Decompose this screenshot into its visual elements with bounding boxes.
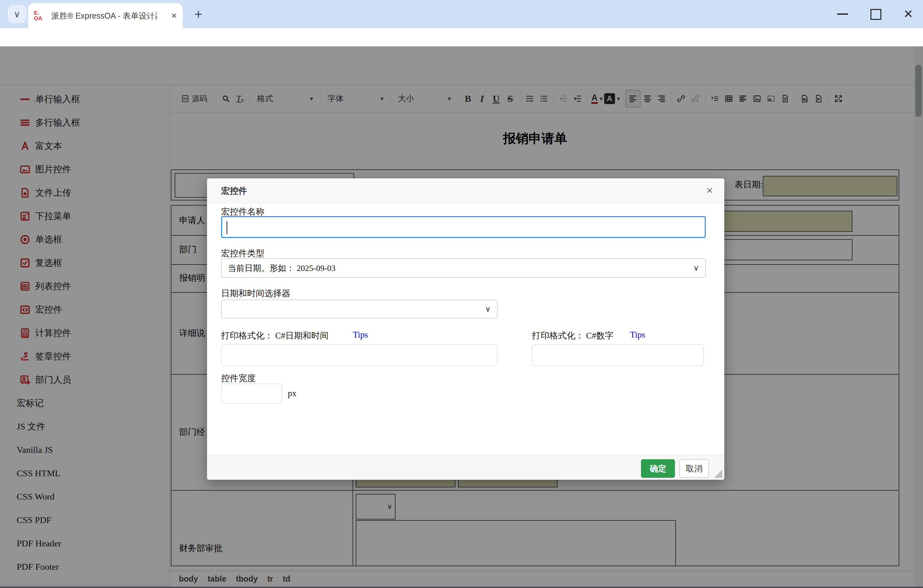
- chevron-down-icon: ∨: [14, 9, 21, 20]
- print-format-number-input[interactable]: [532, 344, 704, 366]
- datetime-picker-label: 日期和时间选择器: [221, 288, 291, 299]
- close-icon: ×: [904, 5, 913, 23]
- new-tab-button[interactable]: +: [191, 7, 206, 22]
- text-caret: [227, 221, 227, 234]
- window-close-button[interactable]: ×: [899, 5, 917, 23]
- tab-title: 派胜® ExpressOA - 表单设计器: [51, 11, 157, 21]
- control-width-input[interactable]: [221, 384, 282, 403]
- macro-control-dialog: 宏控件 × 宏控件名称 宏控件类型 当前日期。形如： 2025-09-03 ∨ …: [207, 179, 724, 480]
- browser-tab[interactable]: E.OA 派胜® ExpressOA - 表单设计器 ×: [28, 3, 183, 28]
- dialog-close-icon[interactable]: ×: [706, 184, 713, 197]
- browser-navbar: ← → ⟳ demo.paioffice.com/flow/form/desig…: [0, 28, 923, 46]
- chevron-down-icon: ∨: [693, 264, 699, 272]
- datetime-tips-link[interactable]: Tips: [353, 330, 368, 340]
- macro-type-label: 宏控件类型: [221, 247, 264, 259]
- macro-type-select[interactable]: 当前日期。形如： 2025-09-03 ∨: [221, 259, 706, 278]
- chevron-down-icon: ∨: [485, 305, 491, 313]
- expressoa-favicon: E.OA: [34, 10, 48, 21]
- dialog-resize-handle[interactable]: [714, 470, 723, 478]
- dialog-header: 宏控件 ×: [207, 179, 724, 203]
- ok-button[interactable]: 确定: [641, 459, 675, 478]
- cancel-button[interactable]: 取消: [680, 459, 709, 478]
- print-format-datetime-input[interactable]: [221, 344, 498, 366]
- tab-search-button[interactable]: ∨: [8, 5, 26, 23]
- datetime-picker-select[interactable]: ∨: [221, 300, 498, 318]
- width-unit-label: px: [288, 388, 296, 398]
- macro-name-label: 宏控件名称: [221, 206, 264, 218]
- macro-name-input[interactable]: [221, 216, 706, 238]
- print-format-number-label: 打印格式化： C#数字: [532, 330, 613, 341]
- window-maximize-button[interactable]: [870, 9, 881, 20]
- browser-titlebar: ∨ E.OA 派胜® ExpressOA - 表单设计器 × + ×: [0, 0, 923, 28]
- plus-icon: +: [195, 7, 202, 22]
- control-width-label: 控件宽度: [221, 372, 256, 384]
- number-tips-link[interactable]: Tips: [630, 330, 645, 340]
- tab-close-icon[interactable]: ×: [171, 10, 177, 21]
- dialog-title: 宏控件: [221, 185, 247, 197]
- dialog-footer: 确定 取消: [207, 455, 724, 480]
- window-minimize-button[interactable]: [837, 13, 848, 15]
- print-format-datetime-label: 打印格式化： C#日期和时间: [221, 330, 328, 341]
- macro-type-value: 当前日期。形如： 2025-09-03: [228, 263, 335, 274]
